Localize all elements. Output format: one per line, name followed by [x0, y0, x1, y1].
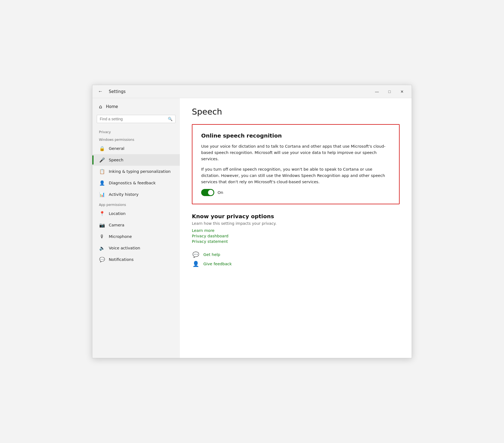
privacy-statement-link[interactable]: Privacy statement [192, 239, 400, 244]
sidebar-item-microphone[interactable]: 🎙 Microphone [92, 231, 180, 242]
sidebar-item-notifications[interactable]: 💬 Notifications [92, 254, 180, 265]
windows-permissions-label: Windows permissions [92, 135, 180, 143]
speech-box-title: Online speech recognition [201, 132, 390, 139]
sidebar-label-activity: Activity history [109, 192, 139, 197]
sidebar-label-location: Location [109, 211, 125, 216]
camera-icon: 📷 [99, 222, 105, 228]
sidebar-item-speech[interactable]: 🎤 Speech [92, 154, 180, 166]
search-input[interactable] [100, 117, 166, 121]
get-help-icon: 💬 [192, 251, 200, 258]
search-icon: 🔍 [168, 117, 172, 121]
sidebar-item-voice[interactable]: 🔈 Voice activation [92, 242, 180, 254]
minimize-button[interactable]: — [371, 87, 383, 96]
sidebar-label-notifications: Notifications [109, 257, 134, 262]
maximize-button[interactable]: □ [383, 87, 396, 96]
give-feedback-icon: 👤 [192, 261, 200, 267]
sidebar-label-inking: Inking & typing personalization [109, 169, 171, 174]
give-feedback-item[interactable]: 👤 Give feedback [192, 261, 400, 267]
close-button[interactable]: ✕ [396, 87, 408, 96]
toggle-row: On [201, 189, 390, 196]
page-title: Speech [192, 107, 400, 116]
window-controls: — □ ✕ [371, 87, 408, 96]
sidebar-item-camera[interactable]: 📷 Camera [92, 219, 180, 231]
titlebar-title: Settings [109, 89, 126, 94]
titlebar: ← Settings — □ ✕ [92, 85, 412, 98]
sidebar-label-speech: Speech [109, 158, 123, 162]
sidebar-item-diagnostics[interactable]: 👤 Diagnostics & feedback [92, 177, 180, 189]
toggle-label: On [218, 190, 223, 195]
sidebar-label-diagnostics: Diagnostics & feedback [109, 181, 156, 185]
titlebar-left: ← Settings [96, 88, 126, 95]
privacy-section-title: Know your privacy options [192, 213, 400, 220]
sidebar-label-voice: Voice activation [109, 246, 140, 250]
sidebar-label-microphone: Microphone [109, 234, 132, 239]
main-panel: Speech Online speech recognition Use you… [180, 98, 412, 358]
sidebar-item-location[interactable]: 📍 Location [92, 208, 180, 219]
help-section: 💬 Get help 👤 Give feedback [192, 251, 400, 267]
sidebar-label-camera: Camera [109, 223, 124, 227]
home-label: Home [106, 104, 118, 109]
diagnostics-icon: 👤 [99, 180, 105, 186]
back-button[interactable]: ← [96, 88, 105, 95]
online-speech-recognition-box: Online speech recognition Use your voice… [192, 124, 400, 204]
activity-icon: 📊 [99, 192, 105, 197]
sidebar: ⌂ Home 🔍 Privacy Windows permissions 🔒 G… [92, 98, 180, 358]
sidebar-item-home[interactable]: ⌂ Home [92, 100, 180, 113]
toggle-thumb [208, 190, 213, 195]
inking-icon: 📋 [99, 169, 105, 174]
get-help-item[interactable]: 💬 Get help [192, 251, 400, 258]
notifications-icon: 💬 [99, 257, 105, 262]
get-help-label: Get help [203, 252, 220, 257]
privacy-header: Privacy [92, 127, 180, 135]
speech-recognition-toggle[interactable] [201, 189, 214, 196]
location-icon: 📍 [99, 211, 105, 216]
sidebar-item-activity[interactable]: 📊 Activity history [92, 189, 180, 200]
speech-desc-1: Use your voice for dictation and to talk… [201, 143, 390, 162]
voice-icon: 🔈 [99, 245, 105, 251]
sidebar-item-inking[interactable]: 📋 Inking & typing personalization [92, 166, 180, 177]
microphone-icon: 🎙 [99, 234, 105, 239]
app-permissions-label: App permissions [92, 200, 180, 208]
lock-icon: 🔒 [99, 146, 105, 151]
give-feedback-label: Give feedback [203, 262, 232, 266]
learn-more-link[interactable]: Learn more [192, 228, 400, 233]
speech-icon: 🎤 [99, 157, 105, 163]
content-area: ⌂ Home 🔍 Privacy Windows permissions 🔒 G… [92, 98, 412, 358]
privacy-section-subtitle: Learn how this setting impacts your priv… [192, 221, 400, 226]
privacy-dashboard-link[interactable]: Privacy dashboard [192, 234, 400, 238]
privacy-options-section: Know your privacy options Learn how this… [192, 213, 400, 244]
home-icon: ⌂ [99, 104, 102, 109]
sidebar-item-general[interactable]: 🔒 General [92, 143, 180, 154]
speech-desc-2: If you turn off online speech recognitio… [201, 166, 390, 185]
sidebar-label-general: General [109, 146, 124, 151]
settings-window: ← Settings — □ ✕ ⌂ Home 🔍 Privacy Window… [92, 85, 412, 358]
search-box[interactable]: 🔍 [97, 115, 175, 123]
